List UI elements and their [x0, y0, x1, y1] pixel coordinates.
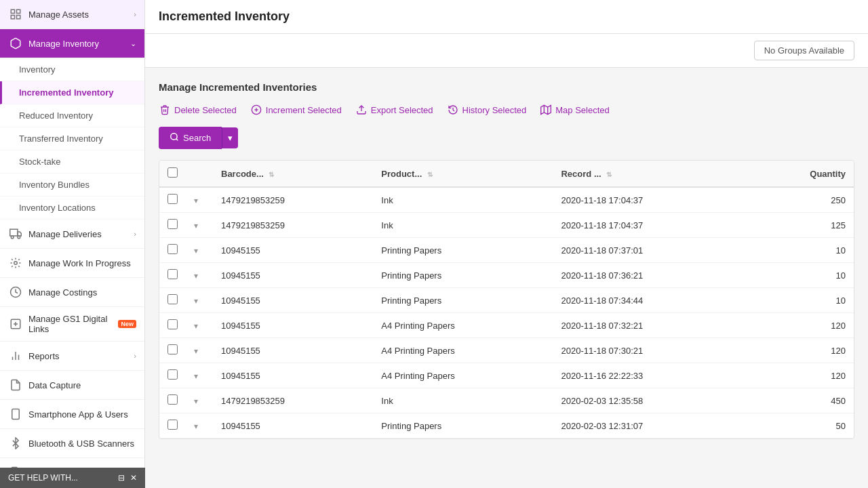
search-icon — [170, 132, 179, 144]
search-bar: Search ▾ — [159, 127, 854, 149]
row-checkbox-8[interactable] — [167, 394, 178, 405]
col-header-record[interactable]: Record ... ⇅ — [553, 161, 749, 187]
row-action-8[interactable]: ▾ — [194, 396, 198, 406]
map-selected-button[interactable]: Map Selected — [540, 104, 610, 116]
search-label: Search — [183, 133, 211, 143]
increment-icon — [250, 104, 262, 116]
minimize-icon[interactable]: ⊟ — [118, 473, 125, 483]
row-record-4: 2020-11-18 07:34:44 — [553, 288, 749, 313]
row-barcode-8: 1479219853259 — [213, 388, 373, 413]
sidebar-subitem-reduced-inventory[interactable]: Reduced Inventory — [0, 104, 144, 127]
row-product-3: Printing Papers — [373, 263, 553, 288]
help-icons: ⊟ ✕ — [118, 473, 137, 483]
sidebar-subitem-inventory-bundles[interactable]: Inventory Bundles — [0, 174, 144, 197]
search-dropdown-button[interactable]: ▾ — [222, 127, 238, 148]
sidebar-item-data-capture[interactable]: Data Capture — [0, 371, 144, 400]
col-header-barcode[interactable]: Barcode... ⇅ — [213, 161, 373, 187]
toolbar: Delete Selected Increment Selected Expor… — [159, 104, 854, 116]
sidebar-label-manage-deliveries: Manage Deliveries — [28, 229, 102, 239]
table-row: ▾ 10945155 Printing Papers 2020-11-18 07… — [159, 288, 854, 313]
row-record-8: 2020-02-03 12:35:58 — [553, 388, 749, 413]
table-row: ▾ 1479219853259 Ink 2020-11-18 17:04:37 … — [159, 187, 854, 213]
row-checkbox-0[interactable] — [167, 194, 178, 204]
col-header-product[interactable]: Product... ⇅ — [373, 161, 553, 187]
table-row: ▾ 10945155 Printing Papers 2020-02-03 12… — [159, 413, 854, 439]
sidebar-item-reports[interactable]: Reports › — [0, 342, 144, 371]
manage-wip-icon — [8, 256, 23, 270]
page-header: Incremented Inventory — [145, 0, 868, 34]
row-checkbox-3[interactable] — [167, 269, 178, 279]
row-barcode-3: 10945155 — [213, 263, 373, 288]
row-checkbox-2[interactable] — [167, 244, 178, 254]
row-checkbox-5[interactable] — [167, 319, 178, 329]
row-product-5: A4 Printing Papers — [373, 313, 553, 338]
export-selected-button[interactable]: Export Selected — [355, 104, 433, 116]
sidebar-subitem-label-incremented: Incremented Inventory — [19, 87, 113, 98]
map-label: Map Selected — [555, 105, 610, 115]
sidebar-subitem-transferred-inventory[interactable]: Transferred Inventory — [0, 127, 144, 150]
sidebar-label-manage-assets: Manage Assets — [28, 9, 89, 20]
sidebar-item-manage-inventory[interactable]: Manage Inventory ⌄ — [0, 29, 144, 58]
sidebar-item-manage-gs1[interactable]: Manage GS1 Digital Links New — [0, 307, 144, 342]
row-action-7[interactable]: ▾ — [194, 371, 198, 381]
sidebar-item-manage-deliveries[interactable]: Manage Deliveries › — [0, 220, 144, 249]
svg-point-23 — [171, 134, 177, 140]
row-action-6[interactable]: ▾ — [194, 346, 198, 356]
row-action-0[interactable]: ▾ — [194, 196, 198, 205]
row-checkbox-9[interactable] — [167, 420, 178, 430]
row-record-0: 2020-11-18 17:04:37 — [553, 187, 749, 213]
row-action-2[interactable]: ▾ — [194, 246, 198, 256]
row-barcode-7: 10945155 — [213, 363, 373, 388]
content-area: Manage Incremented Inventories Delete Se… — [145, 68, 868, 488]
sidebar-arrow-manage-assets: › — [134, 10, 136, 18]
sort-icon-record: ⇅ — [606, 171, 612, 178]
row-product-9: Printing Papers — [373, 413, 553, 439]
row-action-3[interactable]: ▾ — [194, 271, 198, 281]
sidebar-label-data-capture: Data Capture — [28, 380, 81, 390]
search-button[interactable]: Search — [159, 127, 222, 149]
row-checkbox-1[interactable] — [167, 219, 178, 229]
sidebar-subitem-incremented-inventory[interactable]: Incremented Inventory — [0, 81, 144, 104]
row-barcode-0: 1479219853259 — [213, 187, 373, 213]
smartphone-icon — [8, 407, 23, 422]
sidebar-item-bluetooth[interactable]: Bluetooth & USB Scanners — [0, 429, 144, 458]
row-product-2: Printing Papers — [373, 238, 553, 263]
sidebar-item-manage-costings[interactable]: Manage Costings — [0, 278, 144, 307]
row-checkbox-7[interactable] — [167, 369, 178, 380]
delete-selected-button[interactable]: Delete Selected — [159, 104, 237, 116]
row-product-8: Ink — [373, 388, 553, 413]
close-help-icon[interactable]: ✕ — [130, 473, 137, 483]
row-barcode-9: 10945155 — [213, 413, 373, 439]
row-action-5[interactable]: ▾ — [194, 321, 198, 331]
sidebar-label-manage-costings: Manage Costings — [28, 287, 97, 298]
sidebar-item-manage-wip[interactable]: Manage Work In Progress — [0, 249, 144, 278]
sidebar-subitem-inventory-locations[interactable]: Inventory Locations — [0, 197, 144, 220]
row-action-4[interactable]: ▾ — [194, 296, 198, 306]
sidebar-subitem-inventory[interactable]: Inventory — [0, 58, 144, 81]
sidebar-item-smartphone[interactable]: Smartphone App & Users — [0, 400, 144, 429]
sidebar-label-manage-wip: Manage Work In Progress — [28, 258, 131, 268]
row-checkbox-4[interactable] — [167, 294, 178, 304]
sort-icon-product: ⇅ — [427, 171, 433, 178]
row-action-9[interactable]: ▾ — [194, 422, 198, 431]
get-help-bar[interactable]: GET HELP WITH... ⊟ ✕ — [0, 468, 145, 488]
increment-selected-button[interactable]: Increment Selected — [250, 104, 342, 116]
row-quantity-4: 10 — [749, 288, 854, 313]
row-barcode-5: 10945155 — [213, 313, 373, 338]
history-selected-button[interactable]: History Selected — [447, 104, 527, 116]
row-quantity-9: 50 — [749, 413, 854, 439]
row-checkbox-6[interactable] — [167, 344, 178, 354]
sidebar-subitem-label-locations: Inventory Locations — [19, 203, 96, 213]
row-product-6: A4 Printing Papers — [373, 338, 553, 363]
row-quantity-8: 450 — [749, 388, 854, 413]
sidebar-subitem-stock-take[interactable]: Stock-take — [0, 150, 144, 174]
select-all-checkbox[interactable] — [167, 167, 178, 178]
sidebar-subitem-label-transferred: Transferred Inventory — [19, 134, 103, 144]
sidebar-label-smartphone: Smartphone App & Users — [28, 409, 128, 420]
svg-rect-3 — [11, 16, 14, 19]
reports-icon — [8, 348, 23, 363]
row-action-1[interactable]: ▾ — [194, 221, 198, 230]
svg-rect-4 — [10, 229, 18, 236]
sort-icon-barcode: ⇅ — [269, 171, 274, 178]
sidebar-item-manage-assets[interactable]: Manage Assets › — [0, 0, 144, 29]
